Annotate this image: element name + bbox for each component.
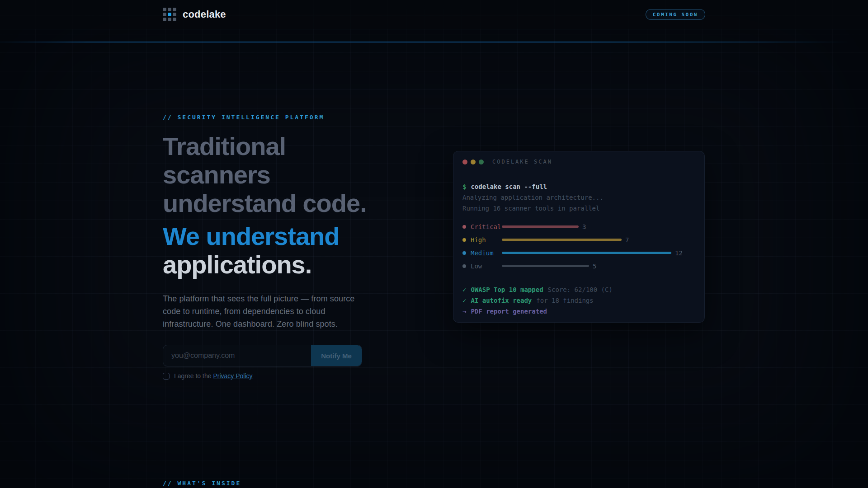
summary-line: ✓OWASP Top 10 mapped Score: 62/100 (C) [462, 284, 695, 295]
summary-text: OWASP Top 10 mapped [471, 286, 543, 293]
severity-row-high: High 7 [462, 233, 695, 246]
brand[interactable]: codelake [163, 8, 226, 21]
page-title: Traditional scanners understand code. We… [163, 132, 372, 279]
prompt-symbol: $ [462, 183, 466, 190]
terminal-command-line: $ codelake scan --full [462, 181, 695, 192]
severity-count: 7 [625, 236, 629, 244]
medium-dot-icon [462, 251, 466, 255]
terminal-command: codelake scan --full [471, 183, 547, 190]
headline-strong: applications. [163, 250, 372, 279]
severity-bars: Critical 3 High 7 Medium 12 [462, 220, 695, 272]
severity-label: High [471, 236, 502, 244]
terminal-window: CODELAKE SCAN $ codelake scan --full Ana… [453, 151, 705, 323]
terminal-output-line: Analyzing application architecture... [462, 192, 695, 203]
logo-cell [173, 18, 176, 21]
severity-label: Medium [471, 249, 502, 257]
severity-row-low: Low 5 [462, 259, 695, 272]
summary-line: →PDF report generated [462, 306, 695, 317]
severity-bar [502, 239, 622, 241]
logo-cell-accent [168, 13, 171, 16]
severity-row-critical: Critical 3 [462, 220, 695, 233]
severity-label: Low [471, 263, 502, 270]
check-icon: ✓ [462, 297, 466, 304]
vignette-overlay [0, 0, 868, 488]
severity-bar [502, 265, 589, 267]
summary-line: ✓AI autofix ready for 18 findings [462, 295, 695, 306]
severity-label: Critical [471, 223, 502, 230]
logo-cell [173, 13, 176, 16]
consent-row: I agree to the Privacy Policy [163, 372, 372, 380]
severity-row-medium: Medium 12 [462, 246, 695, 259]
arrow-right-icon: → [462, 308, 466, 315]
severity-bar [502, 225, 579, 228]
privacy-checkbox[interactable] [163, 373, 170, 380]
severity-count: 3 [582, 223, 586, 230]
low-dot-icon [462, 264, 466, 268]
consent-text: I agree to the Privacy Policy [174, 372, 253, 380]
logo-cell [163, 8, 166, 11]
page: codelake COMING SOON // SECURITY INTELLI… [0, 0, 868, 488]
terminal-body: $ codelake scan --full Analyzing applica… [453, 165, 704, 317]
terminal-titlebar: CODELAKE SCAN [453, 151, 704, 165]
grid-background [0, 0, 868, 488]
privacy-policy-link[interactable]: Privacy Policy [213, 372, 252, 380]
logo-cell [168, 18, 171, 21]
summary-text: PDF report generated [471, 308, 547, 315]
notify-me-button[interactable]: Notify Me [311, 345, 362, 366]
headline-muted-line2: understand code. [163, 189, 372, 217]
logo-cell [163, 13, 166, 16]
severity-count: 5 [593, 263, 596, 270]
coming-soon-badge: COMING SOON [646, 9, 705, 20]
brand-name: codelake [183, 9, 226, 20]
header: codelake COMING SOON [0, 0, 868, 29]
maximize-dot-icon [479, 160, 484, 164]
terminal-output-line: Running 16 scanner tools in parallel [462, 203, 695, 214]
severity-bar [502, 252, 671, 254]
headline-muted-line1: Traditional scanners [163, 132, 372, 189]
logo-cell [168, 8, 171, 11]
severity-count: 12 [675, 249, 683, 257]
top-accent-line [0, 42, 868, 42]
logo-grid-icon [163, 8, 176, 21]
summary-text: AI autofix ready [471, 297, 532, 304]
terminal-title: CODELAKE SCAN [492, 159, 552, 165]
whats-inside-label: // WHAT'S INSIDE [163, 480, 241, 487]
summary-suffix: Score: 62/100 (C) [548, 286, 613, 293]
hero-section: // SECURITY INTELLIGENCE PLATFORM Tradit… [163, 114, 372, 380]
high-dot-icon [462, 238, 466, 242]
logo-cell [173, 8, 176, 11]
email-input[interactable] [163, 345, 311, 366]
headline-accent: We understand [163, 222, 372, 250]
signup-form: Notify Me [163, 345, 362, 366]
summary-suffix: for 18 findings [536, 297, 593, 304]
critical-dot-icon [462, 225, 466, 229]
scan-summary: ✓OWASP Top 10 mapped Score: 62/100 (C) ✓… [462, 284, 695, 317]
hero-paragraph: The platform that sees the full picture … [163, 292, 372, 330]
minimize-dot-icon [471, 160, 476, 164]
logo-cell [163, 18, 166, 21]
check-icon: ✓ [462, 286, 466, 293]
eyebrow-label: // SECURITY INTELLIGENCE PLATFORM [163, 114, 372, 121]
close-dot-icon [462, 160, 467, 164]
